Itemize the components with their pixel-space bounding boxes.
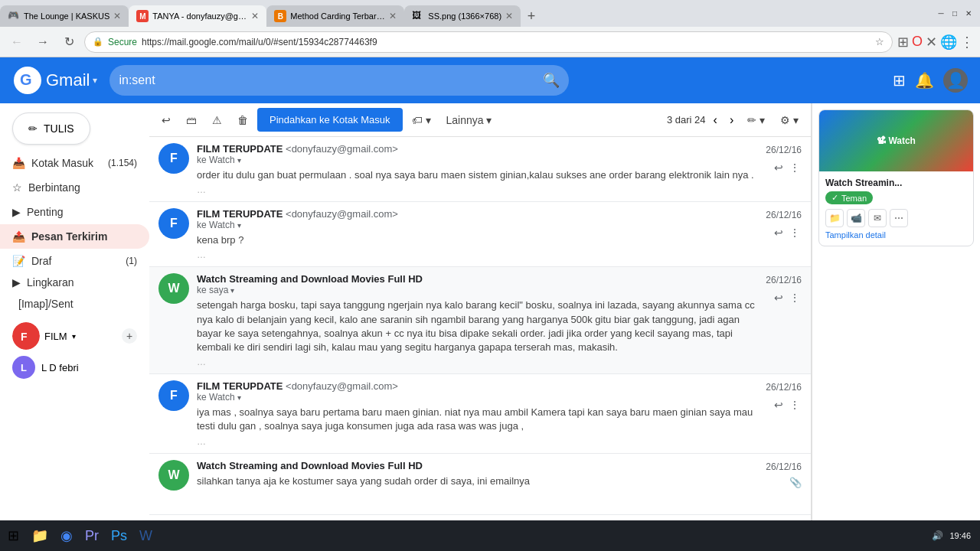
email-item-4[interactable]: F FILM TERUPDATE <donyfauzy@gmail.com> k… (149, 374, 811, 453)
taskbar-premiere[interactable]: Pr (80, 527, 103, 546)
bookmark-icon[interactable]: ☆ (875, 36, 884, 47)
email-date-2: 26/12/16 (766, 210, 802, 220)
back-to-list-button[interactable]: ↩ (155, 109, 177, 131)
email-to-dropdown-4[interactable]: ▾ (237, 393, 241, 402)
forward-button[interactable]: → (32, 31, 54, 53)
email-reply-btn-3[interactable]: ↩ (773, 290, 785, 305)
sidebar-item-drafts[interactable]: 📝 Draf (1) (0, 249, 149, 273)
back-button[interactable]: ← (6, 31, 28, 53)
inbox-count: (1.154) (108, 158, 137, 168)
email-more-btn-2[interactable]: ⋮ (788, 225, 802, 240)
browser-toolbar: ← → ↻ 🔒 Secure ☆ ⊞ O ✕ 🌐 ⋮ (0, 27, 980, 57)
film-avatar: F (12, 322, 40, 350)
email-body-2: kena brp ? (197, 233, 758, 247)
rp-more-icon[interactable]: ⋯ (890, 209, 908, 227)
browser-tab-3[interactable]: B Method Carding Terbaru... ✕ (266, 5, 404, 27)
sidebar-label-item-film[interactable]: F FILM ▾ (12, 322, 76, 350)
rp-email-icon[interactable]: ✉ (868, 209, 887, 227)
vpn-icon[interactable]: 🌐 (940, 34, 957, 51)
refresh-button[interactable]: ↻ (58, 31, 80, 53)
edit-button[interactable]: ✏ ▾ (741, 109, 771, 131)
tab-close-1[interactable]: ✕ (113, 11, 121, 21)
next-page-button[interactable]: › (725, 110, 738, 130)
more-actions-button[interactable]: Lainnya ▾ (440, 109, 498, 131)
email-date-1: 26/12/16 (766, 145, 802, 155)
sidebar-item-sent[interactable]: 📤 Pesan Terkirim (0, 224, 149, 249)
browser-tab-4[interactable]: 🖼 SS.png (1366×768) ✕ (404, 5, 521, 27)
taskbar-word[interactable]: W (135, 527, 157, 546)
adblock-icon[interactable]: ✕ (926, 34, 937, 51)
email-more-btn-1[interactable]: ⋮ (788, 160, 802, 175)
email-item-3[interactable]: W Watch Streaming and Download Movies Fu… (149, 267, 811, 374)
move-to-inbox-button[interactable]: Pindahkan ke Kotak Masuk (257, 108, 403, 132)
rp-folder-icon[interactable]: 📁 (825, 209, 844, 227)
email-content-5: Watch Streaming and Download Movies Full… (197, 460, 758, 488)
email-to-dropdown-3[interactable]: ▾ (230, 286, 234, 295)
archive-button[interactable]: 🗃 (180, 109, 203, 131)
email-item-2[interactable]: F FILM TERUPDATE <donyfauzy@gmail.com> k… (149, 202, 811, 267)
email-item-5[interactable]: W Watch Streaming and Download Movies Fu… (149, 454, 811, 515)
close-button[interactable]: ✕ (963, 8, 974, 19)
rp-video-icon[interactable]: 📹 (847, 209, 865, 227)
email-body-5: silahkan tanya aja ke kostumer saya yang… (197, 474, 758, 488)
sidebar-contact-ldfebri[interactable]: L L D febri (0, 353, 149, 382)
taskbar-chrome[interactable]: ◉ (56, 526, 77, 546)
add-label-button[interactable]: + (122, 328, 137, 344)
opera-icon[interactable]: O (912, 34, 923, 50)
taskbar-volume-icon[interactable]: 🔊 (932, 530, 943, 541)
settings-button[interactable]: ⚙ ▾ (774, 109, 805, 131)
browser-tab-1[interactable]: 🎮 The Lounge | KASKUS ✕ (0, 5, 129, 27)
email-item-1[interactable]: F FILM TERUPDATE <donyfauzy@gmail.com> k… (149, 137, 811, 202)
word-icon: W (139, 528, 152, 544)
gmail-header: G Gmail ▾ 🔍 ⊞ 🔔 👤 (0, 57, 980, 103)
email-to-dropdown-2[interactable]: ▾ (237, 221, 241, 230)
email-content-4: FILM TERUPDATE <donyfauzy@gmail.com> ke … (197, 380, 758, 446)
user-avatar[interactable]: 👤 (943, 68, 968, 93)
browser-tab-2[interactable]: M TANYA - donyfauzy@gm... ✕ (129, 5, 266, 27)
imap-label: [Imap]/Sent (18, 298, 74, 310)
delete-button[interactable]: 🗑 (231, 109, 254, 131)
new-tab-button[interactable]: + (521, 5, 542, 27)
report-spam-button[interactable]: ⚠ (206, 109, 228, 131)
email-content-2: FILM TERUPDATE <donyfauzy@gmail.com> ke … (197, 208, 758, 260)
taskbar-file-explorer[interactable]: 📁 (27, 526, 53, 546)
tab-close-3[interactable]: ✕ (389, 11, 397, 21)
sidebar-item-important[interactable]: ▶ Penting (0, 200, 149, 224)
pagination-text: 3 dari 24 (667, 114, 706, 126)
compose-button-wrapper: ✏ TULIS (12, 112, 137, 145)
gmail-wordmark: Gmail (46, 70, 90, 90)
email-sender-5: Watch Streaming and Download Movies Full… (197, 460, 758, 471)
sidebar-item-imap[interactable]: [Imap]/Sent (0, 292, 149, 316)
film-dropdown[interactable]: ▾ (72, 332, 76, 341)
email-more-btn-3[interactable]: ⋮ (788, 290, 802, 305)
email-reply-btn-2[interactable]: ↩ (773, 225, 785, 240)
maximize-button[interactable]: □ (949, 8, 960, 19)
sidebar-item-starred[interactable]: ☆ Berbintang (0, 175, 149, 200)
extensions-icon[interactable]: ⊞ (897, 34, 909, 51)
taskbar-photoshop[interactable]: Ps (106, 527, 132, 546)
email-body-4: iya mas , soalnya saya baru pertama baru… (197, 406, 758, 433)
taskbar-start-button[interactable]: ⊞ (3, 526, 24, 546)
search-input[interactable] (119, 73, 537, 87)
prev-page-button[interactable]: ‹ (709, 110, 722, 130)
show-detail-link[interactable]: Tampilkan detail (825, 230, 967, 240)
search-icon[interactable]: 🔍 (543, 72, 560, 89)
email-more-btn-4[interactable]: ⋮ (788, 397, 802, 412)
tab-close-4[interactable]: ✕ (505, 11, 513, 21)
email-reply-btn-1[interactable]: ↩ (773, 160, 785, 175)
email-to-dropdown-1[interactable]: ▾ (237, 156, 241, 165)
minimize-button[interactable]: ─ (936, 8, 946, 19)
apps-icon[interactable]: ⊞ (893, 71, 906, 90)
tab-close-2[interactable]: ✕ (251, 11, 259, 21)
email-reply-btn-4[interactable]: ↩ (773, 397, 785, 412)
notifications-icon[interactable]: 🔔 (915, 71, 934, 90)
sidebar-item-inbox[interactable]: 📥 Kotak Masuk (1.154) (0, 151, 149, 175)
label-button[interactable]: 🏷 ▾ (406, 109, 437, 131)
sidebar-item-circles[interactable]: ▶ Lingkaran (0, 273, 149, 292)
address-input[interactable] (142, 37, 871, 47)
compose-button[interactable]: ✏ TULIS (12, 112, 90, 145)
circles-expand-icon: ▶ (12, 276, 21, 289)
browser-titlebar: 🎮 The Lounge | KASKUS ✕ M TANYA - donyfa… (0, 0, 980, 27)
gmail-dropdown-arrow[interactable]: ▾ (93, 75, 97, 86)
menu-icon[interactable]: ⋮ (960, 34, 974, 51)
